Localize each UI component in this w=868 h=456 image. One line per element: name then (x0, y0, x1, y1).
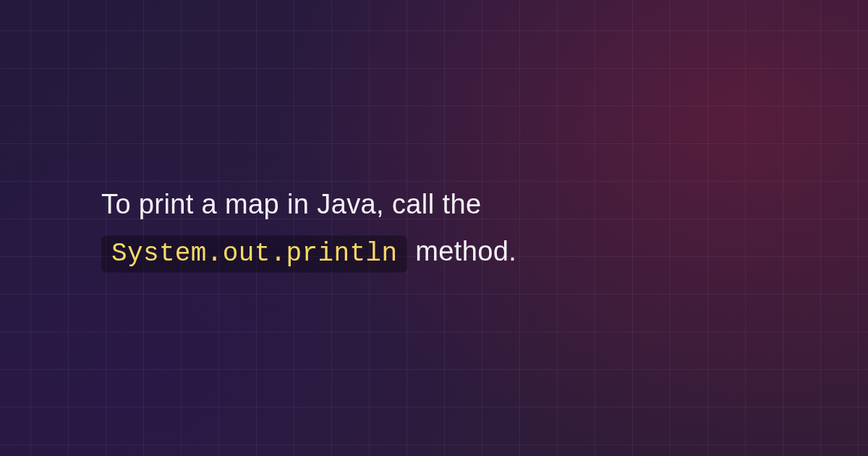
hero-card: To print a map in Java, call the System.… (0, 0, 868, 456)
text-after-code: method. (415, 235, 516, 266)
inline-code: System.out.println (101, 235, 407, 272)
hero-text: To print a map in Java, call the System.… (101, 181, 767, 276)
text-before-code: To print a map in Java, call the (101, 189, 481, 219)
